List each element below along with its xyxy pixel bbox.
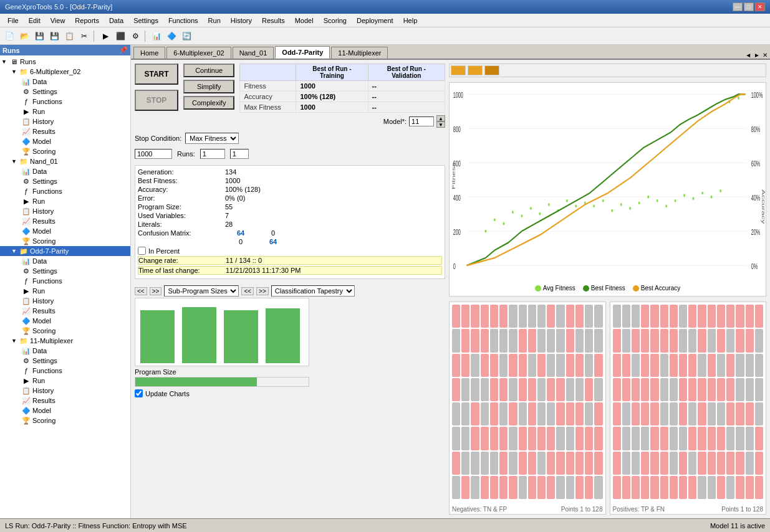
tb-new[interactable]: 📄 (2, 29, 16, 43)
sidebar-item-nand01-scoring[interactable]: 🏆Scoring (0, 236, 130, 246)
tab-nand01[interactable]: Nand_01 (233, 47, 274, 59)
sidebar-item-odd7-model[interactable]: 🔷Model (0, 316, 130, 326)
sidebar-item-6mux02-scoring[interactable]: 🏆Scoring (0, 146, 130, 156)
maximize-button[interactable]: □ (744, 2, 754, 11)
menu-data[interactable]: Data (104, 16, 128, 26)
menu-history[interactable]: History (226, 16, 257, 26)
nav2-right-btn[interactable]: >> (256, 287, 269, 295)
runs-count-input[interactable] (230, 149, 249, 159)
sidebar-item-nand01-data[interactable]: 📊Data (0, 166, 130, 176)
sidebar-item-nand01-run[interactable]: ▶Run (0, 196, 130, 206)
sidebar-item-11mux-run[interactable]: ▶Run (0, 376, 130, 386)
menu-scoring[interactable]: Scoring (319, 16, 352, 26)
menu-view[interactable]: View (46, 16, 70, 26)
start-button[interactable]: START (135, 64, 178, 85)
sidebar-item-odd7-run[interactable]: ▶Run (0, 286, 130, 296)
nav-right-btn[interactable]: >> (150, 287, 162, 295)
sidebar-item-6mux02-history[interactable]: 📋History (0, 116, 130, 126)
expand-runs[interactable]: ▼ (1, 59, 9, 65)
tb-stop[interactable]: ⬛ (113, 29, 127, 43)
sidebar-item-11mux-data[interactable]: 📊Data (0, 346, 130, 356)
sidebar-item-nand01-history[interactable]: 📋History (0, 206, 130, 216)
menu-model[interactable]: Model (290, 16, 319, 26)
tab-odd7parity[interactable]: Odd-7-Parity (275, 46, 330, 59)
menu-help[interactable]: Help (398, 16, 423, 26)
nav-left-btn[interactable]: << (135, 287, 147, 295)
tb-open[interactable]: 📂 (17, 29, 31, 43)
sub-program-select[interactable]: Sub-Program Sizes (164, 285, 239, 297)
stop-button[interactable]: STOP (135, 90, 178, 111)
sidebar-item-6mux02-model[interactable]: 🔷Model (0, 136, 130, 146)
menu-reports[interactable]: Reports (70, 16, 104, 26)
sidebar-item-11mux-model[interactable]: 🔷Model (0, 406, 130, 416)
simplify-button[interactable]: Simplify (183, 80, 234, 93)
sidebar-item-11mux-settings[interactable]: ⚙Settings (0, 356, 130, 366)
sidebar-pin-icon[interactable]: 📌 (119, 46, 128, 54)
tapestry-select[interactable]: Classification Tapestry (271, 285, 355, 297)
menu-results[interactable]: Results (257, 16, 290, 26)
runs-input[interactable] (200, 149, 225, 159)
sidebar-item-nand01-model[interactable]: 🔷Model (0, 226, 130, 236)
sidebar-item-odd7-history[interactable]: 📋History (0, 296, 130, 306)
complexify-button[interactable]: Complexify (183, 96, 234, 110)
tb-save[interactable]: 💾 (32, 29, 46, 43)
sidebar-item-11mux-history[interactable]: 📋History (0, 386, 130, 396)
menu-edit[interactable]: Edit (24, 16, 46, 26)
menu-run[interactable]: Run (203, 16, 226, 26)
tb-copy[interactable]: 📋 (62, 29, 76, 43)
update-charts-checkbox[interactable] (135, 389, 143, 397)
expand-odd7[interactable]: ▼ (11, 248, 19, 254)
sidebar-item-6mux02-results[interactable]: 📈Results (0, 126, 130, 136)
sidebar-item-odd7-data[interactable]: 📊Data (0, 256, 130, 266)
menu-file[interactable]: File (2, 16, 24, 26)
tab-home[interactable]: Home (133, 47, 165, 59)
sidebar-item-odd7-functions[interactable]: ƒFunctions (0, 276, 130, 286)
stop-condition-select[interactable]: Max Fitness (185, 133, 239, 144)
tb-settings[interactable]: ⚙ (128, 29, 142, 43)
sidebar-item-11mux-scoring[interactable]: 🏆Scoring (0, 416, 130, 425)
sidebar-item-6mux02-functions[interactable]: ƒFunctions (0, 97, 130, 107)
tab-close-icon[interactable]: ✕ (763, 52, 768, 59)
model-down-button[interactable]: ▼ (436, 121, 445, 128)
in-percent-checkbox[interactable] (138, 247, 146, 255)
menu-deployment[interactable]: Deployment (352, 16, 398, 26)
menu-settings[interactable]: Settings (128, 16, 163, 26)
nav2-left-btn[interactable]: << (241, 287, 254, 295)
sidebar-item-runs-root[interactable]: ▼ 🖥 Runs (0, 57, 130, 67)
sidebar-item-nand01-functions[interactable]: ƒFunctions (0, 186, 130, 196)
sidebar-item-odd7-results[interactable]: 📈Results (0, 306, 130, 316)
sidebar-item-6mux02[interactable]: ▼ 📁 6-Multiplexer_02 (0, 67, 130, 77)
stop-value-input[interactable] (135, 149, 172, 159)
sidebar-item-6mux02-data[interactable]: 📊Data (0, 77, 130, 87)
sidebar-item-odd7parity[interactable]: ▼ 📁 Odd-7-Parity (0, 246, 130, 256)
model-input[interactable] (409, 116, 434, 126)
tab-6mux02[interactable]: 6-Multiplexer_02 (166, 47, 231, 59)
tab-prev-icon[interactable]: ◄ (745, 52, 751, 59)
sidebar-item-nand01-results[interactable]: 📈Results (0, 216, 130, 226)
sidebar-item-odd7-scoring[interactable]: 🏆Scoring (0, 326, 130, 336)
minimize-button[interactable]: — (733, 2, 743, 11)
sidebar-item-nand01-settings[interactable]: ⚙Settings (0, 176, 130, 186)
sidebar-item-nand01[interactable]: ▼ 📁 Nand_01 (0, 156, 130, 166)
continue-button[interactable]: Continue (183, 64, 234, 77)
tb-chart[interactable]: 📊 (150, 29, 163, 43)
tab-next-icon[interactable]: ► (754, 52, 760, 59)
sidebar-item-6mux02-run[interactable]: ▶Run (0, 107, 130, 116)
menu-functions[interactable]: Functions (163, 16, 203, 26)
sidebar-item-6mux02-settings[interactable]: ⚙Settings (0, 87, 130, 97)
sidebar-item-11mux-results[interactable]: 📈Results (0, 396, 130, 406)
tb-save2[interactable]: 💾 (47, 29, 61, 43)
tb-model[interactable]: 🔷 (165, 29, 178, 43)
model-up-button[interactable]: ▲ (436, 115, 445, 121)
tb-refresh[interactable]: 🔄 (180, 29, 193, 43)
expand-6mux02[interactable]: ▼ (11, 69, 19, 75)
close-button[interactable]: ✕ (755, 2, 765, 11)
expand-11mux[interactable]: ▼ (11, 338, 19, 344)
expand-nand01[interactable]: ▼ (11, 158, 19, 164)
tb-cut[interactable]: ✂ (77, 29, 91, 43)
sidebar-item-11mux[interactable]: ▼ 📁 11-Multiplexer (0, 336, 130, 346)
tb-run[interactable]: ▶ (99, 29, 112, 43)
sidebar-item-11mux-functions[interactable]: ƒFunctions (0, 366, 130, 376)
tab-11mux[interactable]: 11-Multiplexer (331, 47, 388, 59)
sidebar-item-odd7-settings[interactable]: ⚙Settings (0, 266, 130, 276)
